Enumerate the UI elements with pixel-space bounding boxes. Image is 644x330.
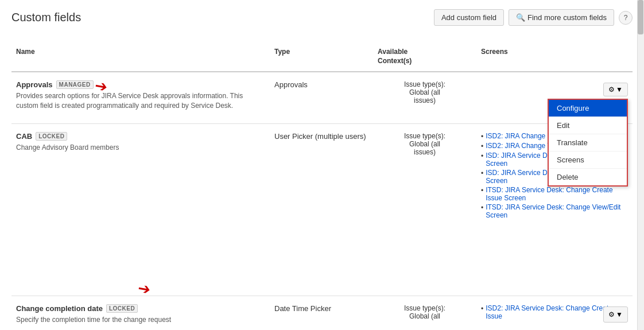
- cab-type-cell: User Picker (multiple users): [270, 130, 373, 290]
- approvals-screens-cell: ⚙ ▼ Configure Edit Translate Screens Del…: [476, 78, 633, 118]
- scrollbar-track[interactable]: [637, 0, 644, 330]
- page-header: Custom fields Add custom field 🔍 Find mo…: [11, 9, 633, 30]
- find-more-label: Find more custom fields: [527, 13, 607, 22]
- approvals-type: Approvals: [274, 80, 308, 89]
- bullet-icon: •: [481, 187, 483, 195]
- change-completion-date-name-text: Change completion date: [16, 304, 103, 313]
- change-completion-date-type-cell: Date Time Picker: [270, 302, 373, 327]
- bullet-icon: •: [481, 133, 483, 141]
- cab-description: Change Advisory Board members: [16, 143, 265, 153]
- approvals-gear-button[interactable]: ⚙ ▼: [603, 83, 628, 96]
- dropdown-item-configure[interactable]: Configure: [549, 100, 627, 117]
- bullet-icon: •: [481, 142, 483, 150]
- cab-field-name: CAB LOCKED: [16, 132, 265, 141]
- bullet-icon: •: [481, 204, 483, 212]
- dropdown-item-delete[interactable]: Delete: [549, 169, 627, 185]
- list-item: • ITSD: JIRA Service Desk: Change Create…: [481, 186, 628, 202]
- change-completion-date-context: Issue type(s):Global (all: [404, 304, 445, 320]
- dropdown-item-edit[interactable]: Edit: [549, 117, 627, 134]
- change-completion-date-name-cell: Change completion date LOCKED Specify th…: [11, 302, 270, 327]
- change-completion-date-field-name: Change completion date LOCKED: [16, 304, 265, 313]
- table-row: CAB LOCKED Change Advisory Board members…: [11, 124, 633, 296]
- custom-fields-table: Name Type AvailableContext(s) Screens Ap…: [11, 42, 633, 330]
- approvals-field-name: Approvals MANAGED: [16, 80, 265, 89]
- cab-badge: LOCKED: [36, 132, 67, 141]
- change-completion-date-type: Date Time Picker: [274, 304, 331, 313]
- find-more-icon: 🔍: [516, 13, 525, 22]
- col-header-name: Name: [11, 45, 270, 68]
- approvals-type-cell: Approvals: [270, 78, 373, 118]
- approvals-name-cell: Approvals MANAGED Provides search option…: [11, 78, 270, 118]
- cab-name-text: CAB: [16, 132, 32, 141]
- cab-name-cell: CAB LOCKED Change Advisory Board members: [11, 130, 270, 290]
- help-button[interactable]: ?: [619, 11, 633, 25]
- screen-link[interactable]: ITSD: JIRA Service Desk: Change View/Edi…: [486, 203, 628, 219]
- approvals-context-cell: Issue type(s):Global (allissues): [373, 78, 476, 118]
- change-completion-date-screens-cell: • ISD2: JIRA Service Desk: Change Create…: [476, 302, 633, 327]
- bullet-icon: •: [481, 305, 483, 313]
- gear-dropdown-menu: Configure Edit Translate Screens Delete: [548, 99, 628, 187]
- scrollbar-thumb[interactable]: [638, 0, 643, 34]
- page-title: Custom fields: [11, 11, 81, 24]
- approvals-description: Provides search options for JIRA Service…: [16, 91, 265, 111]
- approvals-name-text: Approvals: [16, 80, 53, 89]
- dropdown-item-translate[interactable]: Translate: [549, 134, 627, 152]
- change-completion-date-description: Specify the completion time for the chan…: [16, 315, 265, 325]
- table-row: Change completion date LOCKED Specify th…: [11, 296, 633, 330]
- chevron-down-icon: ▼: [616, 86, 623, 94]
- change-completion-date-context-cell: Issue type(s):Global (all: [373, 302, 476, 327]
- table-header: Name Type AvailableContext(s) Screens: [11, 42, 633, 72]
- bullet-icon: •: [481, 152, 483, 160]
- col-header-screens: Screens: [476, 45, 633, 68]
- col-header-context: AvailableContext(s): [373, 45, 476, 68]
- cab-type: User Picker (multiple users): [274, 132, 366, 141]
- table-row: Approvals MANAGED Provides search option…: [11, 72, 633, 124]
- approvals-context: Issue type(s):Global (allissues): [404, 80, 445, 104]
- dropdown-item-screens[interactable]: Screens: [549, 152, 627, 169]
- add-custom-field-button[interactable]: Add custom field: [434, 9, 504, 26]
- gear-icon: ⚙: [608, 310, 615, 319]
- change-completion-date-badge: LOCKED: [106, 304, 138, 313]
- cab-context: Issue type(s):Global (allissues): [404, 132, 445, 156]
- bullet-icon: •: [481, 169, 483, 177]
- col-header-type: Type: [270, 45, 373, 68]
- gear-icon: ⚙: [608, 86, 615, 94]
- header-actions: Add custom field 🔍 Find more custom fiel…: [434, 9, 633, 26]
- chevron-down-icon: ▼: [616, 310, 623, 319]
- find-more-button[interactable]: 🔍 Find more custom fields: [509, 9, 614, 26]
- list-item: • ITSD: JIRA Service Desk: Change View/E…: [481, 203, 628, 219]
- screen-link[interactable]: ITSD: JIRA Service Desk: Change Create I…: [486, 186, 628, 202]
- approvals-badge: MANAGED: [56, 80, 94, 89]
- change-completion-date-gear-button[interactable]: ⚙ ▼: [603, 306, 628, 323]
- cab-context-cell: Issue type(s):Global (allissues): [373, 130, 476, 290]
